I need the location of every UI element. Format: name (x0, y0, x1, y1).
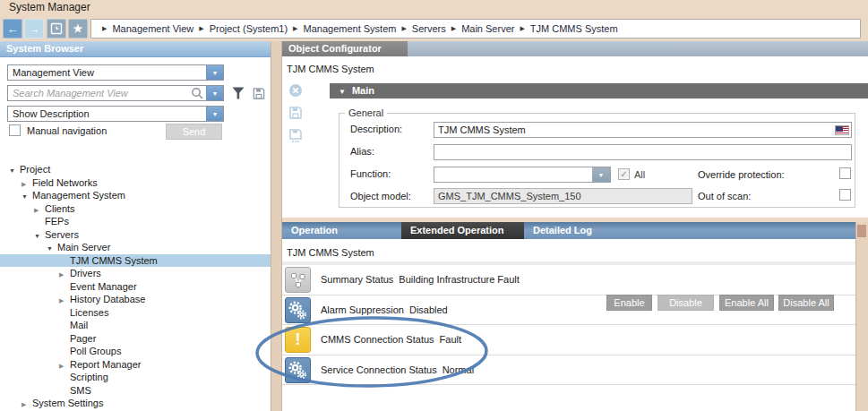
warning-icon: ! (285, 327, 311, 353)
tree-item-label: Management System (32, 190, 125, 201)
enable-all-button[interactable]: Enable All (719, 295, 774, 311)
status-value: Disabled (409, 304, 448, 315)
gears-icon (285, 357, 311, 383)
breadcrumb-item[interactable]: Servers (412, 23, 446, 34)
object-configurator-panel: TJM CMMS System ▼Main General Descriptio… (282, 56, 868, 218)
scrollbar-track[interactable] (855, 222, 868, 411)
tab-operation[interactable]: Operation (282, 222, 401, 239)
general-group-label: General (345, 107, 387, 118)
gears-icon (285, 297, 311, 323)
tree-item-field-networks[interactable]: ▶Field Networks (0, 176, 271, 190)
forward-button[interactable]: → (24, 19, 44, 39)
collapse-arrow-icon[interactable]: ▼ (47, 243, 57, 256)
tree-item-report-manager[interactable]: ▶Report Manager (0, 358, 271, 372)
tree-item-label: Report Manager (70, 359, 142, 370)
override-protection-label: Override protection: (698, 169, 785, 180)
enable-button[interactable]: Enable (606, 295, 652, 311)
description-selector-dropdown[interactable]: Show Description ▼ (7, 106, 224, 122)
chevron-down-icon[interactable]: ▼ (592, 167, 610, 182)
tree-item-system-settings[interactable]: ▶System Settings (0, 397, 271, 410)
status-row: Summary StatusBuilding Infrastructure Fa… (282, 265, 855, 295)
expand-arrow-icon[interactable]: ▶ (21, 398, 32, 411)
scrollbar-thumb[interactable] (857, 225, 866, 237)
breadcrumb-arrow-icon: ▶ (401, 25, 406, 32)
operation-object-name: TJM CMMS System (287, 247, 374, 258)
breadcrumb-item[interactable]: TJM CMMS System (530, 23, 618, 34)
disable-all-button[interactable]: Disable All (778, 295, 834, 311)
function-value (434, 167, 592, 182)
favorites-button[interactable]: ★ (68, 19, 88, 39)
search-input[interactable] (8, 86, 191, 100)
expand-arrow-icon[interactable]: ▶ (59, 269, 70, 282)
manual-navigation-checkbox[interactable] (9, 124, 21, 136)
tree-item-label: Servers (45, 229, 79, 240)
tree-item-drivers[interactable]: ▶Drivers (0, 267, 271, 280)
collapse-arrow-icon[interactable]: ▼ (9, 165, 20, 178)
breadcrumb-item[interactable]: Management View (112, 23, 193, 34)
override-protection-checkbox[interactable] (839, 167, 851, 179)
tree-item-feps[interactable]: FEPs (0, 215, 271, 228)
back-button[interactable]: ← (3, 19, 22, 39)
tree-item-sms[interactable]: SMS (0, 384, 271, 398)
tree-item-project[interactable]: ▼Project (0, 163, 271, 176)
tree-item-clients[interactable]: ▶Clients (0, 202, 271, 216)
status-row-label: Summary StatusBuilding Infrastructure Fa… (321, 265, 520, 295)
expand-arrow-icon[interactable]: ▶ (59, 295, 70, 308)
tree-item-tjm-cmms-system[interactable]: TJM CMMS System (0, 254, 271, 268)
configurator-object-name: TJM CMMS System (287, 64, 374, 74)
tree-item-history-database[interactable]: ▶History Database (0, 293, 271, 306)
collapse-arrow-icon[interactable]: ▼ (21, 191, 32, 204)
tab-extended-operation[interactable]: Extended Operation (401, 222, 524, 239)
right-arrow-icon: → (29, 22, 40, 36)
tree-item-scripting[interactable]: Scripting (0, 371, 271, 384)
breadcrumb-item[interactable]: Management System (304, 23, 397, 34)
chevron-down-icon[interactable]: ▼ (206, 107, 223, 121)
filter-icon[interactable] (231, 87, 245, 99)
description-field[interactable] (434, 122, 852, 138)
view-selector-dropdown[interactable]: Management View ▼ (7, 64, 224, 81)
tree-item-main-server[interactable]: ▼Main Server (0, 241, 271, 254)
discard-changes-icon[interactable] (288, 83, 303, 98)
status-row-label: Alarm SuppressionDisabled (321, 295, 448, 326)
description-label: Description: (350, 124, 402, 134)
send-button[interactable]: Send (166, 124, 222, 140)
function-dropdown[interactable]: ▼ (434, 167, 611, 183)
save-filter-icon[interactable] (252, 87, 266, 100)
alias-label: Alias: (350, 146, 374, 157)
tree-item-mail[interactable]: Mail (0, 319, 271, 332)
breadcrumb-item[interactable]: Project (System1) (210, 23, 288, 34)
tree-item-label: Pager (70, 333, 96, 344)
tree-item-pager[interactable]: Pager (0, 332, 271, 346)
tree-item-event-manager[interactable]: Event Manager (0, 280, 271, 294)
panel-splitter[interactable] (271, 41, 282, 411)
tab-detailed-log[interactable]: Detailed Log (524, 222, 644, 239)
save-as-icon[interactable] (288, 129, 303, 143)
all-checkbox[interactable]: ✓ (618, 168, 630, 180)
out-of-scan-checkbox[interactable] (839, 189, 851, 201)
disable-button[interactable]: Disable (657, 295, 714, 311)
chevron-down-icon: ▼ (339, 88, 346, 96)
breadcrumb[interactable]: ▶Management View▶Project (System1)▶Manag… (90, 19, 861, 39)
chevron-down-icon[interactable]: ▼ (206, 65, 223, 80)
collapse-arrow-icon[interactable]: ▼ (34, 230, 45, 244)
tree-item-management-system[interactable]: ▼Management System (0, 189, 271, 202)
tree-item-licenses[interactable]: Licenses (0, 306, 271, 320)
tree-item-servers[interactable]: ▼Servers (0, 228, 271, 242)
alias-field[interactable] (434, 144, 852, 160)
tree-item-poll-groups[interactable]: Poll Groups (0, 345, 271, 358)
status-row-label: Service Connection StatusNormal (321, 355, 474, 386)
save-icon[interactable] (288, 106, 303, 120)
expand-arrow-icon[interactable]: ▶ (34, 204, 45, 218)
tree-item-label: SMS (70, 385, 91, 396)
window-title: System Manager (9, 1, 90, 13)
breadcrumb-item[interactable]: Main Server (461, 23, 514, 34)
tree-item-label: System Settings (32, 398, 103, 408)
expand-arrow-icon[interactable]: ▶ (59, 360, 70, 373)
search-box: ▼ (7, 85, 224, 101)
object-configurator-tab[interactable]: Object Configurator (282, 41, 408, 56)
recent-items-button[interactable] (47, 19, 66, 39)
main-section-header[interactable]: ▼Main (330, 83, 868, 98)
search-options-chevron-icon[interactable]: ▼ (206, 86, 223, 100)
status-label-text: CMMS Connection Status (321, 334, 434, 345)
status-label-text: Summary Status (321, 274, 393, 285)
